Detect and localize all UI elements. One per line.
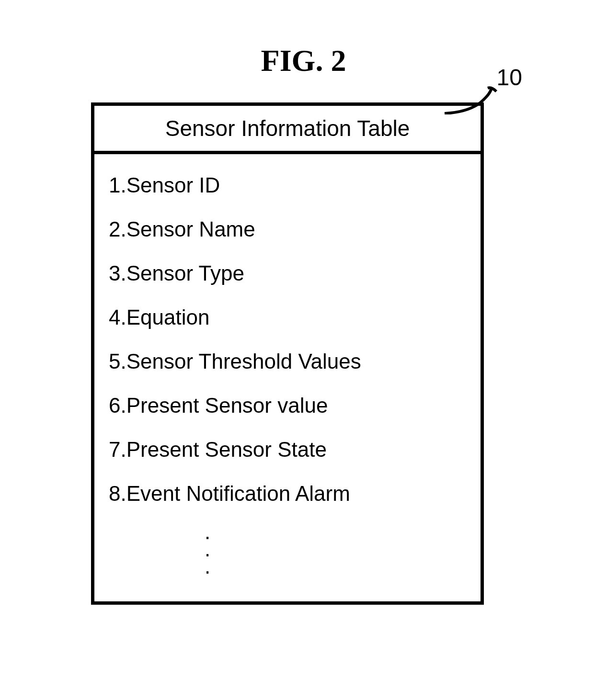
table-row: 6.Present Sensor value <box>109 394 466 418</box>
row-label: Equation <box>126 305 210 329</box>
row-number: 1 <box>109 173 120 197</box>
row-label: Present Sensor value <box>126 394 328 417</box>
table-row: 7.Present Sensor State <box>109 438 466 462</box>
row-label: Sensor Type <box>126 261 244 285</box>
table-header: Sensor Information Table <box>94 106 481 154</box>
leader-curve <box>440 86 502 114</box>
table-body: 1.Sensor ID 2.Sensor Name 3.Sensor Type … <box>94 154 481 601</box>
row-label: Present Sensor State <box>126 438 327 461</box>
row-label: Sensor ID <box>126 173 220 197</box>
row-number: 2 <box>109 217 120 241</box>
row-number: 8 <box>109 482 120 505</box>
row-number: 3 <box>109 261 120 285</box>
table-row: 3.Sensor Type <box>109 261 466 285</box>
row-number: 4 <box>109 305 120 329</box>
vertical-ellipsis: . . . <box>109 526 466 577</box>
row-number: 7 <box>109 438 120 461</box>
row-label: Sensor Name <box>126 217 255 241</box>
table-row: 5.Sensor Threshold Values <box>109 350 466 373</box>
row-label: Sensor Threshold Values <box>126 350 361 373</box>
row-number: 6 <box>109 394 120 417</box>
diagram-container: 10 Sensor Information Table 1.Sensor ID … <box>91 102 484 605</box>
table-row: 4.Equation <box>109 305 466 329</box>
table-row: 1.Sensor ID <box>109 173 466 197</box>
row-label: Event Notification Alarm <box>126 482 350 505</box>
table-row: 2.Sensor Name <box>109 217 466 241</box>
sensor-info-table: Sensor Information Table 1.Sensor ID 2.S… <box>91 102 484 605</box>
row-number: 5 <box>109 350 120 373</box>
table-row: 8.Event Notification Alarm <box>109 482 466 506</box>
